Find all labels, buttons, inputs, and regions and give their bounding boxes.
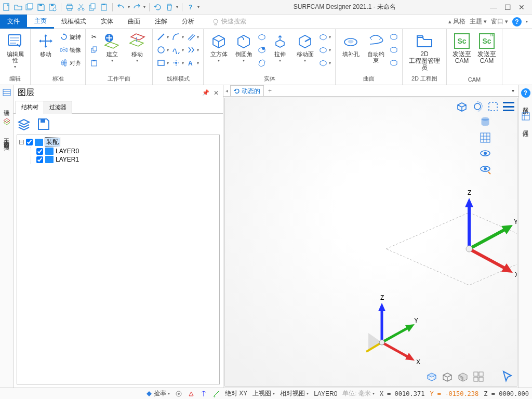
status-abs[interactable]: 绝对 XY xyxy=(225,389,247,398)
open-icon[interactable] xyxy=(14,3,23,12)
wp-manager-icon[interactable] xyxy=(3,117,11,126)
status-snap[interactable]: 捡率 ▾ xyxy=(146,389,170,398)
point-tool[interactable]: ▾ xyxy=(171,57,185,69)
add-view-tab[interactable]: + xyxy=(268,87,272,95)
auto-constrain-button[interactable]: 自动约束 xyxy=(364,31,388,64)
cursor-icon[interactable] xyxy=(501,370,514,383)
cube-button[interactable]: 立方体▾ xyxy=(207,31,231,64)
status-relview[interactable]: 相对视图 ▾ xyxy=(280,389,309,398)
new-icon[interactable] xyxy=(2,3,11,12)
right-tab-properties[interactable]: 属性 xyxy=(521,124,530,130)
edit-attributes-button[interactable]: 编辑属性▾ xyxy=(3,31,27,70)
tab-analysis[interactable]: 分析 xyxy=(175,15,202,29)
status-units[interactable]: 单位: 毫米 ▾ xyxy=(342,389,374,398)
copy-icon[interactable] xyxy=(88,3,97,12)
parallel-tool[interactable]: ▾ xyxy=(186,31,200,43)
solid-s4[interactable]: ▾ xyxy=(318,31,332,43)
status-toggle-3[interactable] xyxy=(200,390,207,397)
tree-node-layer1[interactable]: LAYER1 xyxy=(36,155,217,164)
3d-canvas[interactable]: Z Y X Z xyxy=(224,98,517,387)
tab-surface[interactable]: 曲面 xyxy=(121,15,148,29)
drawing-manager-button[interactable]: 2D工程图管理员 xyxy=(406,31,443,73)
layers-stack-icon[interactable] xyxy=(17,117,31,131)
fit-icon[interactable] xyxy=(487,100,499,113)
orbit-icon[interactable] xyxy=(471,100,484,113)
grid-toggle-icon[interactable] xyxy=(479,131,491,144)
tab-home[interactable]: 主页 xyxy=(27,15,54,29)
layer-checkbox[interactable] xyxy=(36,148,43,155)
close-button[interactable]: ✕ xyxy=(518,3,525,11)
status-topview[interactable]: 上视图 ▾ xyxy=(252,389,275,398)
extrude-button[interactable]: 拉伸▾ xyxy=(268,31,292,64)
move-button[interactable]: 移动 xyxy=(34,31,58,58)
shaded-view-icon[interactable] xyxy=(457,370,469,383)
tree-root[interactable]: − 装配 xyxy=(19,137,217,147)
status-toggle-4[interactable] xyxy=(212,390,220,397)
circle-tool[interactable]: ▾ xyxy=(156,44,170,56)
offset-tool[interactable]: ▾ xyxy=(186,44,200,56)
tab-wireframe[interactable]: 线框模式 xyxy=(54,15,94,29)
tree-node-layer0[interactable]: LAYER0 xyxy=(36,147,217,155)
pin-icon[interactable]: 📌 xyxy=(202,89,209,96)
view-tab-menu[interactable]: ▾ xyxy=(512,88,516,94)
help-badge-icon[interactable]: ? xyxy=(521,88,530,98)
tab-file[interactable]: 文件 xyxy=(0,15,27,29)
surf-s3[interactable] xyxy=(389,57,399,69)
undo-dropdown[interactable]: ▾ xyxy=(128,5,130,9)
isometric-icon[interactable] xyxy=(425,370,438,383)
move-plane-button[interactable]: 移动▾ xyxy=(125,31,149,64)
save-icon[interactable] xyxy=(36,3,46,12)
cut-icon[interactable] xyxy=(76,3,86,12)
options-icon[interactable] xyxy=(3,88,11,97)
wireframe-view-icon[interactable] xyxy=(441,370,454,383)
help-bubble-dropdown[interactable]: ▾ xyxy=(526,19,528,24)
mirror-button[interactable]: 镜像 xyxy=(59,44,82,56)
close-panel-icon[interactable]: ✕ xyxy=(214,89,219,97)
print-icon[interactable] xyxy=(65,3,74,12)
layer-checkbox[interactable] xyxy=(36,156,43,163)
status-toggle-1[interactable] xyxy=(175,390,182,397)
fill-hole-button[interactable]: 填补孔 xyxy=(339,31,363,58)
rect-tool[interactable]: ▾ xyxy=(156,57,170,69)
solid-s3[interactable] xyxy=(257,57,267,69)
right-tab-help[interactable]: 帮助 xyxy=(521,101,530,107)
build-button[interactable]: 建立▾ xyxy=(100,31,124,64)
tab-solid[interactable]: 实体 xyxy=(94,15,121,29)
maximize-button[interactable]: ☐ xyxy=(504,3,511,11)
send-to-cam-1[interactable]: Sc 发送至CAM xyxy=(450,31,474,65)
status-toggle-2[interactable] xyxy=(188,390,195,397)
properties-rail-icon[interactable] xyxy=(522,112,530,121)
menu-icon[interactable] xyxy=(502,100,515,113)
save-all-icon[interactable] xyxy=(25,3,34,12)
surf-s2[interactable] xyxy=(389,44,399,56)
help-bubble-icon[interactable]: ? xyxy=(512,17,522,26)
solid-s6[interactable]: ▾ xyxy=(318,57,332,69)
delete-icon[interactable] xyxy=(165,3,174,12)
moveface-button[interactable]: 移动面▾ xyxy=(293,31,317,64)
tab-annotation[interactable]: 注解 xyxy=(148,15,175,29)
wp-small2[interactable] xyxy=(89,44,99,56)
viewport-tab-dynamic[interactable]: 动态的 xyxy=(230,85,264,97)
wp-small1[interactable]: ✂ xyxy=(89,31,99,43)
solid-s1[interactable] xyxy=(257,31,267,43)
theme-dropdown[interactable]: 主题 ▾ xyxy=(470,17,487,26)
vtab-prev[interactable]: ◂ xyxy=(225,88,228,94)
save-as-icon[interactable] xyxy=(48,3,57,12)
eye-icon-1[interactable] xyxy=(479,147,491,159)
left-tab-wp-manager[interactable]: 工作平面管理员 xyxy=(2,131,11,144)
cylinder-icon[interactable] xyxy=(479,116,491,128)
minimize-button[interactable]: — xyxy=(490,3,497,11)
solid-s2[interactable] xyxy=(257,44,267,56)
help-icon[interactable]: ? xyxy=(186,3,195,12)
arc-tool[interactable]: ▾ xyxy=(171,31,185,43)
save-layers-icon[interactable] xyxy=(36,117,51,131)
text-tool[interactable]: A▾ xyxy=(186,57,200,69)
paste-icon[interactable] xyxy=(99,3,109,12)
eye-icon-2[interactable] xyxy=(479,163,491,175)
window-dropdown[interactable]: 窗口 ▾ xyxy=(491,17,508,26)
align-button[interactable]: 对齐 xyxy=(59,57,82,69)
panel-tab-filter[interactable]: 过滤器 xyxy=(44,101,72,114)
redo-dropdown[interactable]: ▾ xyxy=(143,5,145,9)
refresh-icon[interactable] xyxy=(153,3,163,12)
viewcube-icon[interactable] xyxy=(456,100,468,113)
